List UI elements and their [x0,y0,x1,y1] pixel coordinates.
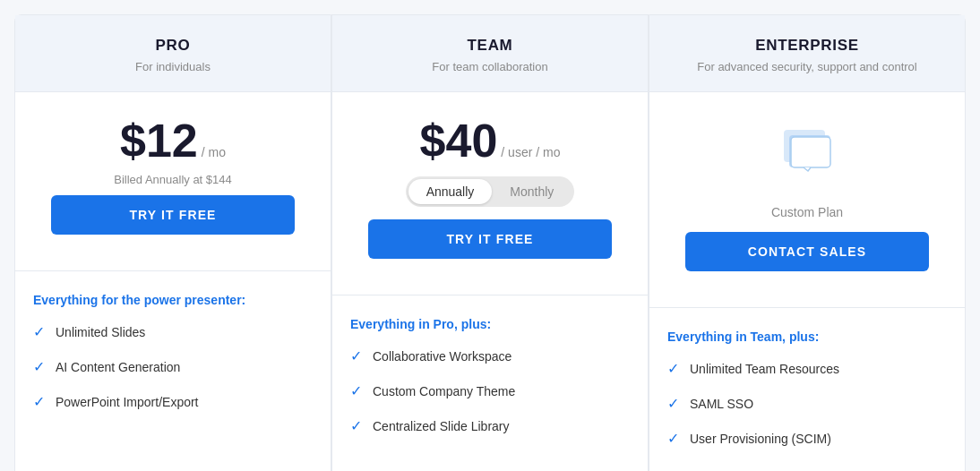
feature-item-enterprise-2: ✓ User Provisioning (SCIM) [667,430,947,447]
feature-label-team-2: Centralized Slide Library [373,419,510,433]
feature-item-team-2: ✓ Centralized Slide Library [350,417,630,434]
cta-button-pro[interactable]: TRY IT FREE [51,195,295,235]
toggle-option-annually[interactable]: Annually [408,179,493,204]
features-section-team: Everything in Pro, plus: ✓ Collaborative… [332,295,648,471]
check-icon: ✓ [350,347,362,364]
features-section-pro: Everything for the power presenter: ✓ Un… [15,271,331,471]
toggle-option-monthly[interactable]: Monthly [492,179,572,204]
feature-label-pro-0: Unlimited Slides [56,325,145,339]
pricing-container: PRO For individuals $12 / mo Billed Annu… [14,14,966,471]
check-icon: ✓ [667,395,679,412]
plan-pricing-enterprise: Custom Plan CONTACT SALES [649,92,965,308]
price-row-pro: $12 / mo [120,117,226,164]
plan-card-team: TEAM For team collaboration $40 / user /… [331,14,649,471]
check-icon: ✓ [33,323,45,340]
price-unit-pro: / mo [202,145,226,159]
check-icon: ✓ [350,382,362,399]
feature-label-pro-2: PowerPoint Import/Export [56,395,199,409]
feature-label-enterprise-0: Unlimited Team Resources [690,362,839,376]
billing-toggle-team[interactable]: Annually Monthly [406,176,575,207]
plan-pricing-pro: $12 / mo Billed Annually at $144 TRY IT … [15,92,331,271]
billing-note-pro: Billed Annually at $144 [114,173,232,186]
feature-item-enterprise-0: ✓ Unlimited Team Resources [667,360,947,377]
feature-label-team-0: Collaborative Workspace [373,349,511,364]
plan-tagline-enterprise: For advanced security, support and contr… [667,60,947,73]
feature-item-team-1: ✓ Custom Company Theme [350,382,630,399]
plan-card-pro: PRO For individuals $12 / mo Billed Annu… [14,14,331,471]
price-unit-team: / user / mo [501,145,560,159]
plan-tagline-team: For team collaboration [350,60,630,73]
enterprise-chat-icon [777,126,838,184]
feature-label-enterprise-1: SAML SSO [690,397,753,411]
cta-button-enterprise[interactable]: CONTACT SALES [685,232,929,271]
price-amount-team: $40 [420,117,498,164]
plan-tagline-pro: For individuals [33,60,313,73]
plan-card-enterprise: ENTERPRISE For advanced security, suppor… [649,14,966,471]
features-heading-pro: Everything for the power presenter: [33,293,313,307]
check-icon: ✓ [667,430,679,447]
custom-plan-label: Custom Plan [771,205,843,219]
price-amount-pro: $12 [120,117,198,164]
plan-header-pro: PRO For individuals [15,15,331,92]
features-section-enterprise: Everything in Team, plus: ✓ Unlimited Te… [649,308,965,471]
features-heading-enterprise: Everything in Team, plus: [667,330,947,344]
plan-name-enterprise: ENTERPRISE [667,37,947,55]
plan-header-team: TEAM For team collaboration [332,15,648,92]
check-icon: ✓ [33,393,45,410]
feature-item-team-0: ✓ Collaborative Workspace [350,347,630,364]
feature-item-pro-1: ✓ AI Content Generation [33,358,313,375]
feature-item-pro-0: ✓ Unlimited Slides [33,323,313,340]
feature-item-enterprise-1: ✓ SAML SSO [667,395,947,412]
check-icon: ✓ [667,360,679,377]
plan-name-pro: PRO [33,37,313,55]
feature-label-team-1: Custom Company Theme [373,384,515,398]
check-icon: ✓ [33,358,45,375]
price-row-team: $40 / user / mo [420,117,561,164]
check-icon: ✓ [350,417,362,434]
plan-name-team: TEAM [350,37,630,55]
plan-header-enterprise: ENTERPRISE For advanced security, suppor… [649,15,965,92]
feature-label-pro-1: AI Content Generation [56,360,180,374]
plan-pricing-team: $40 / user / mo Annually Monthly TRY IT … [332,92,648,295]
cta-button-team[interactable]: TRY IT FREE [368,219,612,259]
features-heading-team: Everything in Pro, plus: [350,317,630,331]
feature-item-pro-2: ✓ PowerPoint Import/Export [33,393,313,410]
feature-label-enterprise-2: User Provisioning (SCIM) [690,432,831,446]
svg-rect-2 [791,137,830,167]
